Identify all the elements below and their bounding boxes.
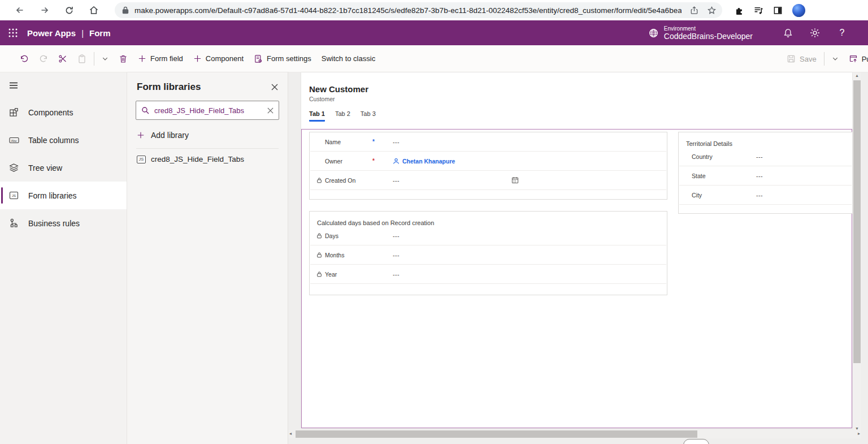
field-value: --- [756,192,763,199]
form-field-button[interactable]: Form field [133,49,188,68]
redo-button[interactable] [34,49,53,68]
settings-gear-icon[interactable] [801,28,828,38]
panel-divider [136,148,279,149]
field-label: Days [325,232,372,239]
field-row-owner[interactable]: Owner * Chetan Khanapure [310,152,666,171]
section-title: Territorial Details [679,132,852,147]
field-label: Owner [325,158,372,165]
switch-to-classic-button[interactable]: Switch to classic [316,49,380,68]
scroll-up-arrow[interactable]: ▲ [853,74,861,77]
bookmark-star-icon[interactable] [707,6,717,15]
field-row-name[interactable]: Name * --- [310,132,666,152]
share-icon[interactable] [689,6,699,15]
form-settings-button[interactable]: Form settings [249,49,316,68]
tab-body-selected[interactable]: Name * --- Owner * Chetan Khanapure [301,129,852,428]
field-row-city[interactable]: City --- [679,186,852,205]
undo-button[interactable] [15,49,34,68]
scroll-left-arrow[interactable]: ◂ [289,431,292,436]
media-list-icon[interactable] [754,6,763,15]
help-icon[interactable]: ? [828,28,856,38]
product-name[interactable]: Power Apps [27,28,76,38]
field-value: --- [393,271,400,278]
field-label: Name [325,139,372,145]
plus-icon [137,131,145,139]
field-row-created-on[interactable]: Created On --- [310,171,666,190]
browser-forward-icon[interactable] [40,5,50,15]
sidebar-item-business-rules[interactable]: Business rules [0,209,127,237]
ssl-lock-icon [122,6,129,14]
nav-hamburger-icon[interactable] [0,72,127,98]
tab-1[interactable]: Tab 1 [309,110,325,122]
field-row-country[interactable]: Country --- [679,147,852,166]
browser-home-icon[interactable] [89,5,99,15]
form-entity-subtitle: Customer [309,96,852,102]
horizontal-scrollbar[interactable]: ◂ ▸ [288,430,861,438]
save-button[interactable]: Save [782,49,822,68]
app-header: Power Apps | Form Environment CoddedBrai… [0,20,868,45]
section-general[interactable]: Name * --- Owner * Chetan Khanapure [309,132,667,200]
horizontal-scroll-thumb[interactable] [296,430,697,438]
field-row-months[interactable]: Months --- [310,245,666,265]
library-search-box [136,101,279,120]
field-value: --- [756,173,763,179]
lock-icon [316,232,325,239]
scroll-right-arrow[interactable]: ▸ [858,431,860,436]
section-territorial-details[interactable]: Territorial Details Country --- State --… [678,132,853,214]
extensions-puzzle-icon[interactable] [735,6,744,15]
delete-button[interactable] [114,49,133,68]
vertical-scroll-thumb[interactable] [853,80,861,363]
add-library-button[interactable]: Add library [137,131,288,140]
clear-search-icon[interactable] [267,107,274,114]
vertical-scrollbar[interactable]: ▲ ▼ [853,72,861,432]
sidebar-item-label: Components [28,108,73,117]
waffle-menu-icon[interactable] [0,20,26,45]
tab-2[interactable]: Tab 2 [335,110,350,122]
table-columns-icon: Abc [9,136,19,144]
sidebar-item-label: Business rules [28,219,80,228]
lock-icon [316,252,325,258]
environment-name: CoddedBrains-Developer [664,32,753,41]
cut-button[interactable] [53,49,72,68]
browser-profile-avatar[interactable] [792,4,805,17]
app-title: Power Apps | Form [27,28,111,38]
person-icon [393,158,400,165]
svg-text:JS: JS [12,194,16,197]
form-canvas: New Customer Customer Tab 1 Tab 2 Tab 3 … [301,72,852,428]
environment-label: Environment [664,25,753,32]
address-bar[interactable]: make.powerapps.com/e/Default-c97ad8a6-57… [115,2,722,18]
required-asterisk: * [372,158,393,164]
canvas-zoom-pill[interactable] [683,439,709,444]
field-label: Created On [325,177,372,184]
sidebar-item-components[interactable]: Components [0,98,127,126]
browser-back-icon[interactable] [15,5,25,15]
browser-refresh-icon[interactable] [64,6,74,15]
field-row-state[interactable]: State --- [679,166,852,186]
toolbar-divider [824,52,824,66]
field-label: City [692,192,756,199]
browser-chrome: make.powerapps.com/e/Default-c97ad8a6-57… [0,0,868,20]
save-chevron-button[interactable] [827,49,844,68]
section-calculated-days[interactable]: Calculated days based on Record creation… [309,211,667,295]
power-apps-form-editor: make.powerapps.com/e/Default-c97ad8a6-57… [0,0,868,444]
publish-button[interactable]: Publish [844,49,868,68]
clipboard-chevron-button[interactable] [97,49,114,68]
sidebar-item-label: Table columns [28,136,79,145]
environment-picker[interactable]: Environment CoddedBrains-Developer [648,25,753,41]
sidebar-toggle-icon[interactable] [773,6,783,15]
sidebar-item-tree-view[interactable]: Tree view [0,154,127,182]
library-search-input[interactable] [154,106,267,115]
close-icon[interactable] [271,83,279,91]
paste-button[interactable] [72,49,92,68]
sidebar-item-table-columns[interactable]: Abc Table columns [0,126,127,154]
tab-3[interactable]: Tab 3 [361,110,376,122]
js-badge-icon: JS [137,156,146,163]
sidebar-item-form-libraries[interactable]: JS Form libraries [0,182,127,209]
notifications-bell-icon[interactable] [774,28,801,38]
component-button[interactable]: Component [188,49,249,68]
calendar-icon [511,176,519,184]
field-row-days[interactable]: Days --- [310,226,666,245]
library-list-item[interactable]: JS cred8_JS_Hide_Field_Tabs [137,155,288,163]
field-row-year[interactable]: Year --- [310,265,666,284]
toolbar-divider [94,52,94,66]
lock-icon [316,271,325,277]
